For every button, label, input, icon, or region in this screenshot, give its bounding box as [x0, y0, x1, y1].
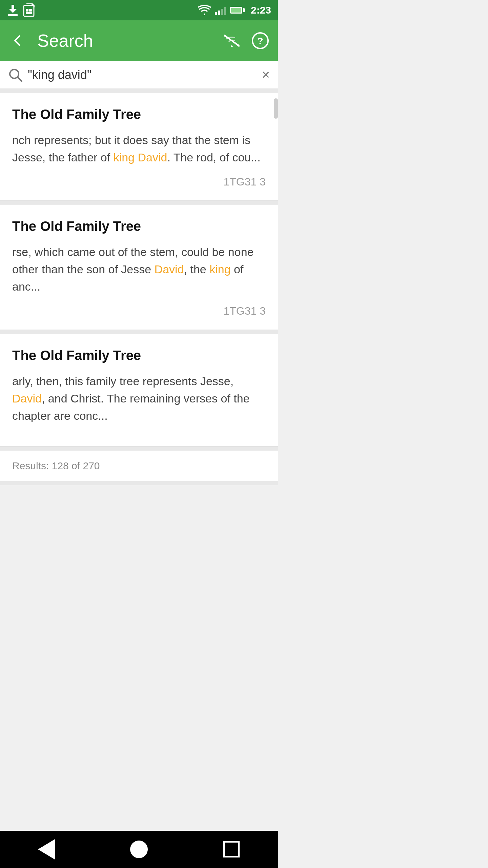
svg-rect-3 [29, 9, 32, 12]
svg-rect-1 [24, 5, 34, 16]
app-bar-icons: ? [222, 31, 270, 50]
result-card-2[interactable]: The Old Family Tree rse, which came out … [0, 205, 278, 330]
result-card-1[interactable]: The Old Family Tree nch represents; but … [0, 93, 278, 201]
result-excerpt-1: nch represents; but it does say that the… [12, 132, 266, 166]
nav-home-button[interactable] [125, 836, 152, 863]
scrollbar-indicator [274, 98, 278, 119]
highlight-2-2: king [209, 263, 230, 276]
nav-home-icon [130, 841, 148, 858]
wifi-full-icon [198, 5, 211, 15]
wifi-off-button[interactable] [222, 31, 241, 50]
status-bar-left [7, 3, 35, 17]
result-ref-2: 1TG31 3 [12, 305, 266, 317]
highlight-3-1: David [12, 392, 42, 405]
result-card-3[interactable]: The Old Family Tree arly, then, this fam… [0, 334, 278, 447]
app-bar: Search ? [0, 20, 278, 61]
result-excerpt-3: arly, then, this family tree represents … [12, 373, 266, 425]
help-button[interactable]: ? [251, 31, 270, 50]
signal-bar-2 [218, 11, 220, 15]
svg-rect-4 [26, 12, 32, 14]
result-title-1: The Old Family Tree [12, 107, 266, 122]
search-input[interactable] [28, 68, 257, 82]
status-time: 2:23 [251, 4, 271, 16]
signal-bar-1 [215, 12, 217, 15]
result-title-2: The Old Family Tree [12, 219, 266, 234]
highlight-1-1: king David [114, 151, 167, 164]
svg-rect-2 [26, 9, 28, 12]
excerpt-after-1: . The rod, of cou... [167, 151, 260, 164]
search-icon [8, 68, 22, 82]
excerpt-after-3: , and Christ. The remaining verses of th… [12, 392, 250, 422]
nav-recents-button[interactable] [218, 836, 245, 863]
nav-bar [0, 831, 278, 868]
search-container: × [0, 61, 278, 89]
search-clear-button[interactable]: × [262, 67, 270, 82]
sim-icon [23, 3, 35, 17]
battery-body [230, 7, 242, 14]
result-excerpt-2: rse, which came out of the stem, could b… [12, 243, 266, 295]
svg-line-9 [18, 77, 22, 81]
signal-bar-4 [224, 7, 226, 15]
excerpt-middle-2: , the [184, 263, 210, 276]
status-bar: 2:23 [0, 0, 278, 20]
nav-back-icon [38, 839, 55, 860]
result-ref-1: 1TG31 3 [12, 176, 266, 188]
app-bar-title: Search [37, 31, 212, 51]
nav-back-button[interactable] [33, 836, 60, 863]
nav-recents-icon [223, 841, 240, 857]
svg-rect-0 [8, 14, 18, 16]
signal-bars [215, 5, 226, 15]
back-button[interactable] [8, 31, 27, 50]
highlight-2-1: David [155, 263, 184, 276]
status-bar-right: 2:23 [198, 4, 271, 16]
result-title-3: The Old Family Tree [12, 348, 266, 363]
excerpt-before-3: arly, then, this family tree represents … [12, 375, 233, 388]
results-count: Results: 128 of 270 [0, 451, 278, 481]
results-container: The Old Family Tree nch represents; but … [0, 89, 278, 485]
download-icon [7, 3, 19, 17]
battery-tip [243, 8, 245, 12]
svg-text:?: ? [257, 36, 263, 46]
signal-bar-3 [221, 9, 223, 15]
battery-container [230, 7, 245, 14]
